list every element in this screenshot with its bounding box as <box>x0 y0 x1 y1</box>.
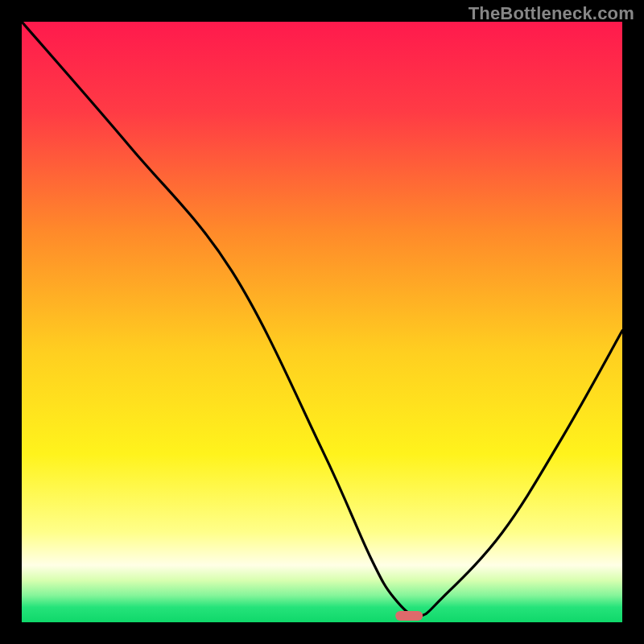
optimal-marker <box>395 611 423 621</box>
outer-frame: TheBottleneck.com <box>0 0 644 644</box>
plot-background <box>22 22 622 622</box>
bottleneck-chart <box>22 22 622 622</box>
